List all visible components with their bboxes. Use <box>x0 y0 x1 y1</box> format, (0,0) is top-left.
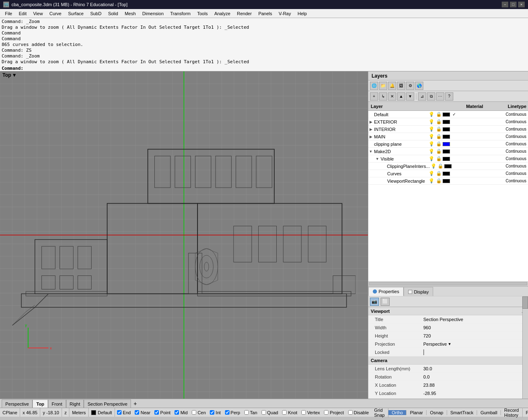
menu-item-v-ray[interactable]: V-Ray <box>275 10 294 17</box>
layer-lock-icon[interactable]: 🔒 <box>435 112 443 117</box>
close-button[interactable]: × <box>518 2 525 7</box>
layer-color-swatch[interactable] <box>443 142 450 146</box>
gear-icon[interactable]: ⚙ <box>406 82 414 90</box>
viewport-tab-front[interactable]: Front <box>48 399 66 408</box>
prop-value[interactable]: 720 <box>423 333 526 338</box>
layer-row[interactable]: Curves 💡 🔒 Continuous <box>368 170 528 177</box>
image-icon[interactable]: 🖼 <box>397 82 405 90</box>
snap-button-project[interactable]: Project <box>322 410 346 415</box>
layer-expand-icon[interactable]: ▼ <box>375 157 380 161</box>
viewport-dropdown-arrow[interactable]: ▼ <box>12 72 17 78</box>
scrollbar-track[interactable] <box>369 282 527 285</box>
layer-lock-icon[interactable]: 🔒 <box>435 149 443 154</box>
snap-button-vertex[interactable]: Vertex <box>299 410 322 415</box>
menu-item-file[interactable]: File <box>2 10 16 17</box>
layer-color-swatch[interactable] <box>443 127 450 131</box>
mode-button-ortho[interactable]: Ortho <box>388 410 407 415</box>
layer-settings-button[interactable]: ⋯ <box>436 92 444 101</box>
snap-checkbox-cen[interactable] <box>192 410 196 415</box>
layer-row[interactable]: ▶ INTERIOR 💡 🔒 Continuous <box>368 126 528 133</box>
layer-lock-icon[interactable]: 🔒 <box>435 119 443 124</box>
layer-row[interactable]: ▶ MAIN 💡 🔒 Continuous <box>368 133 528 140</box>
snap-checkbox-tan[interactable] <box>244 410 249 415</box>
menu-item-help[interactable]: Help <box>294 10 310 17</box>
camera-btn[interactable]: 📷 <box>370 298 379 306</box>
snap-button-mid[interactable]: Mid <box>172 410 190 415</box>
new-layer-button[interactable]: + <box>370 92 378 101</box>
menu-item-solid[interactable]: Solid <box>105 10 121 17</box>
snap-button-cen[interactable]: Cen <box>190 410 208 415</box>
scrollbar-thumb[interactable] <box>522 296 528 309</box>
menu-item-subd[interactable]: SubD <box>87 10 105 17</box>
prop-value-checkbox[interactable] <box>423 349 424 355</box>
snap-button-tan[interactable]: Tan <box>242 410 259 415</box>
layer-row[interactable]: ▶ EXTERIOR 💡 🔒 Continuous <box>368 118 528 126</box>
viewport-settings-btn[interactable]: ⬜ <box>381 298 390 306</box>
snap-checkbox-int[interactable] <box>210 410 214 415</box>
command-input[interactable] <box>26 66 526 71</box>
layer-color-swatch[interactable] <box>443 172 450 176</box>
snap-button-end[interactable]: End <box>115 410 133 415</box>
snap-checkbox-near[interactable] <box>135 410 139 415</box>
menu-item-render[interactable]: Render <box>234 10 255 17</box>
move-up-button[interactable]: ▲ <box>397 92 405 101</box>
bell-icon[interactable]: 🔔 <box>388 82 396 90</box>
layer-visible-icon[interactable]: 💡 <box>428 178 435 184</box>
layer-color-swatch[interactable] <box>443 149 450 154</box>
layer-row[interactable]: ViewportRectangle 💡 🔒 Continuous <box>368 177 528 185</box>
snap-checkbox-disable[interactable] <box>348 410 353 415</box>
prop-value[interactable] <box>423 350 526 355</box>
help-button[interactable]: ? <box>445 92 453 101</box>
mode-button-grid-snap[interactable]: Grid Snap <box>371 408 388 418</box>
menu-item-analyze[interactable]: Analyze <box>211 10 234 17</box>
layer-expand-icon[interactable]: ▼ <box>368 149 373 154</box>
layer-visible-icon[interactable]: 💡 <box>428 126 435 132</box>
menu-item-panels[interactable]: Panels <box>255 10 275 17</box>
copy-layer-button[interactable]: ⧉ <box>427 92 435 101</box>
snap-button-perp[interactable]: Perp <box>223 410 242 415</box>
viewport-area[interactable]: Top ▼ <box>0 71 368 399</box>
add-viewport-tab-button[interactable]: + <box>131 399 139 408</box>
viewport-tab-perspective[interactable]: Perspective <box>2 399 32 408</box>
menu-item-curve[interactable]: Curve <box>46 10 64 17</box>
snap-checkbox-knot[interactable] <box>282 410 287 415</box>
layer-lock-icon[interactable]: 🔒 <box>435 134 443 139</box>
layer-row[interactable]: ▼ Make2D 💡 🔒 Continuous <box>368 148 528 155</box>
layer-visible-icon[interactable]: 💡 <box>428 119 435 124</box>
viewport-tab-section-perspective[interactable]: Section Perspective <box>84 399 131 408</box>
layer-color-swatch[interactable] <box>444 164 452 168</box>
layer-visible-icon[interactable]: 💡 <box>428 134 435 139</box>
layer-visible-icon[interactable]: 💡 <box>428 156 435 161</box>
viewport-tab-top[interactable]: Top <box>32 399 48 408</box>
layer-visible-icon[interactable]: 💡 <box>428 141 435 147</box>
layer-expand-icon[interactable]: ▶ <box>368 120 373 124</box>
command-prompt[interactable]: Command: <box>2 66 526 71</box>
layer-color-swatch[interactable] <box>443 112 450 117</box>
layer-color-swatch[interactable] <box>443 120 450 124</box>
menu-item-dimension[interactable]: Dimension <box>139 10 167 17</box>
menu-item-view[interactable]: View <box>30 10 46 17</box>
mode-button-osnap[interactable]: Osnap <box>427 410 447 415</box>
layer-color-swatch[interactable] <box>443 135 450 139</box>
mode-button-filter[interactable]: Filter <box>523 410 528 415</box>
snap-checkbox-perp[interactable] <box>225 410 230 415</box>
layer-lock-icon[interactable]: 🔒 <box>435 141 443 147</box>
viewport-tab-right[interactable]: Right <box>66 399 84 408</box>
menu-item-edit[interactable]: Edit <box>16 10 30 17</box>
layer-lock-icon[interactable]: 🔒 <box>435 178 443 184</box>
layer-visible-icon[interactable]: 💡 <box>428 112 435 117</box>
mode-button-gumball[interactable]: Gumball <box>477 410 501 415</box>
snap-checkbox-quad[interactable] <box>262 410 266 415</box>
display-tab[interactable]: Display <box>404 287 433 296</box>
layer-visible-icon[interactable]: 💡 <box>428 171 435 176</box>
layer-color-swatch[interactable] <box>443 179 450 183</box>
menu-item-transform[interactable]: Transform <box>167 10 194 17</box>
mode-button-planar[interactable]: Planar <box>406 410 427 415</box>
layer-row[interactable]: ▼ Visible 💡 🔒 Continuous <box>368 155 528 163</box>
snap-checkbox-end[interactable] <box>117 410 122 415</box>
layers-scrollbar[interactable] <box>368 281 528 286</box>
snap-checkbox-project[interactable] <box>324 410 328 415</box>
snap-button-int[interactable]: Int <box>208 410 223 415</box>
delete-layer-button[interactable]: ✕ <box>388 92 396 101</box>
layer-expand-icon[interactable]: ▶ <box>368 127 373 131</box>
